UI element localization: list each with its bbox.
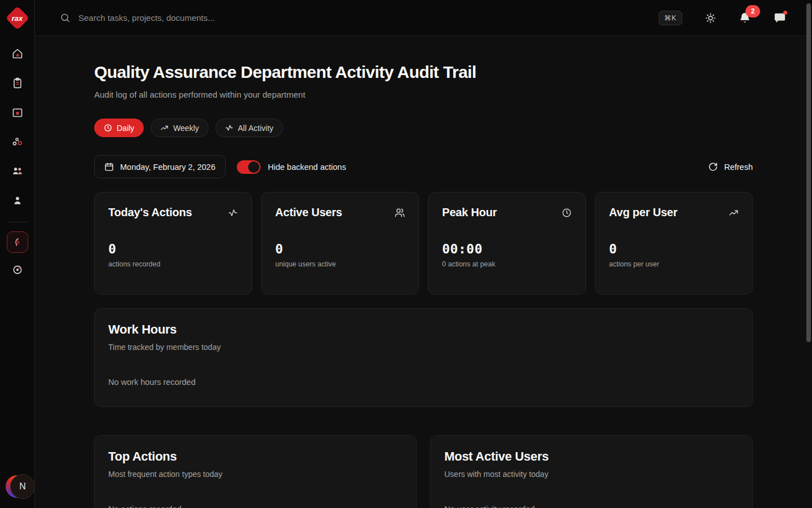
user-avatar[interactable]: N — [6, 474, 33, 499]
refresh-button[interactable]: Refresh — [708, 162, 753, 172]
date-picker-button[interactable]: Monday, February 2, 2026 — [94, 155, 226, 178]
refresh-label: Refresh — [724, 163, 753, 172]
controls-row: Monday, February 2, 2026 Hide backend ac… — [94, 155, 753, 178]
chat-unread-dot — [783, 11, 787, 15]
stat-value: 0 — [275, 242, 405, 256]
logo-text: rax — [12, 14, 23, 23]
top-actions-subtitle: Most frequent action types today — [108, 470, 403, 479]
backend-actions-toggle-group: Hide backend actions — [237, 160, 346, 174]
trending-up-icon — [160, 124, 169, 132]
sidebar-item-audit-active[interactable] — [7, 231, 28, 253]
topbar: ⌘K 2 — [35, 0, 812, 36]
tab-all-activity[interactable]: All Activity — [215, 119, 283, 137]
global-search[interactable] — [35, 12, 659, 23]
target-icon — [12, 264, 23, 275]
search-icon — [60, 12, 70, 23]
toggle-label: Hide backend actions — [268, 163, 346, 172]
work-hours-panel: Work Hours Time tracked by members today… — [94, 308, 753, 407]
avatar-initial: N — [10, 474, 35, 499]
topbar-actions: ⌘K 2 — [659, 11, 812, 25]
main-content: Quality Assurance Department Activity Au… — [35, 37, 812, 508]
sun-icon — [705, 12, 716, 24]
tab-all-activity-label: All Activity — [238, 124, 273, 133]
messages-button[interactable] — [774, 12, 786, 24]
calendar-icon — [104, 162, 114, 172]
stat-card-todays-actions: Today's Actions 0 actions recorded — [94, 192, 252, 295]
top-actions-empty-state: No actions recorded — [108, 505, 403, 508]
work-hours-empty-state: No work hours recorded — [108, 378, 739, 387]
work-hours-title: Work Hours — [108, 322, 739, 337]
sidebar-divider — [8, 222, 27, 222]
bottom-panels: Top Actions Most frequent action types t… — [94, 422, 753, 508]
team-icon — [12, 165, 23, 177]
top-actions-title: Top Actions — [108, 449, 403, 464]
refresh-icon — [708, 162, 718, 172]
sidebar-item-team[interactable] — [6, 159, 29, 183]
app-logo[interactable]: rax — [7, 7, 28, 29]
stat-title: Peak Hour — [442, 206, 497, 219]
stat-title: Avg per User — [609, 206, 677, 219]
stat-value: 00:00 — [442, 242, 572, 256]
sidebar-item-profile[interactable] — [6, 188, 29, 213]
stat-title: Today's Actions — [108, 206, 192, 219]
most-active-users-subtitle: Users with most activity today — [444, 470, 739, 479]
activity-icon — [225, 124, 233, 132]
tab-daily-label: Daily — [117, 124, 134, 133]
tab-weekly-label: Weekly — [173, 124, 199, 133]
person-icon — [12, 195, 23, 206]
page-subtitle: Audit log of all actions performed withi… — [94, 90, 753, 99]
clipboard-icon — [12, 77, 23, 89]
most-active-users-panel: Most Active Users Users with most activi… — [430, 435, 753, 508]
hide-backend-actions-toggle[interactable] — [237, 160, 261, 174]
toggle-knob — [248, 161, 259, 173]
stat-value: 0 — [609, 242, 739, 256]
stat-title: Active Users — [275, 206, 342, 219]
stat-caption: actions per user — [609, 260, 739, 268]
work-hours-subtitle: Time tracked by members today — [108, 343, 739, 352]
trending-up-icon — [729, 208, 739, 218]
keyboard-shortcut-badge: ⌘K — [659, 11, 682, 25]
stat-card-peak-hour: Peak Hour 00:00 0 actions at peak — [428, 192, 586, 295]
users-icon — [395, 208, 405, 218]
workflow-icon — [12, 136, 23, 147]
search-input[interactable] — [78, 13, 428, 23]
date-label: Monday, February 2, 2026 — [120, 163, 215, 172]
clock-icon — [104, 124, 112, 132]
sidebar-item-tasks[interactable] — [6, 71, 29, 95]
home-icon — [12, 48, 23, 59]
sidebar: rax — [0, 0, 35, 508]
notification-count-badge: 2 — [745, 5, 760, 17]
tab-daily[interactable]: Daily — [94, 119, 144, 137]
most-active-users-empty-state: No user activity recorded — [444, 505, 739, 508]
sidebar-nav — [6, 41, 29, 282]
sidebar-item-goals[interactable] — [6, 257, 29, 282]
page-title: Quality Assurance Department Activity Au… — [94, 63, 753, 82]
most-active-users-title: Most Active Users — [444, 449, 739, 464]
stat-caption: 0 actions at peak — [442, 260, 572, 268]
clock-icon — [562, 208, 572, 218]
notifications-button[interactable]: 2 — [739, 12, 751, 24]
stat-caption: actions recorded — [108, 260, 238, 268]
audit-activity-icon — [12, 237, 23, 247]
sidebar-item-home[interactable] — [6, 41, 29, 66]
stat-caption: unique users active — [275, 260, 405, 268]
stats-grid: Today's Actions 0 actions recorded Activ… — [94, 192, 753, 295]
sidebar-item-calendar[interactable] — [6, 100, 29, 125]
activity-icon — [228, 208, 238, 218]
calendar-icon — [12, 107, 23, 118]
stat-card-avg-per-user: Avg per User 0 actions per user — [595, 192, 753, 295]
theme-toggle-button[interactable] — [705, 12, 716, 24]
sidebar-item-workflows[interactable] — [6, 129, 29, 154]
stat-card-active-users: Active Users 0 unique users active — [261, 192, 419, 295]
scrollbar-thumb[interactable] — [806, 3, 811, 342]
tab-weekly[interactable]: Weekly — [151, 119, 209, 137]
top-actions-panel: Top Actions Most frequent action types t… — [94, 435, 417, 508]
stat-value: 0 — [108, 242, 238, 256]
view-tabs: Daily Weekly All Activity — [94, 119, 753, 137]
